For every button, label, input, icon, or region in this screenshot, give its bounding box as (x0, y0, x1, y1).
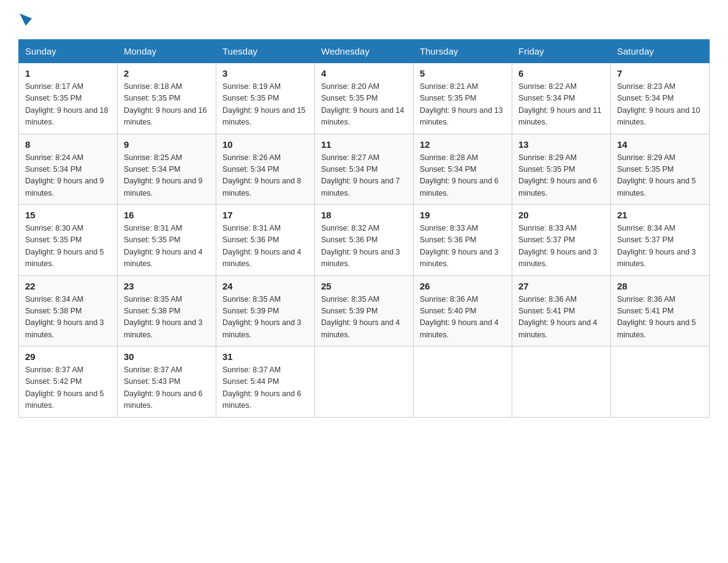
day-cell: 29Sunrise: 8:37 AMSunset: 5:42 PMDayligh… (19, 347, 118, 418)
day-info: Sunrise: 8:21 AMSunset: 5:35 PMDaylight:… (420, 81, 506, 129)
day-number: 20 (518, 210, 604, 220)
day-number: 8 (25, 139, 111, 150)
week-row-4: 22Sunrise: 8:34 AMSunset: 5:38 PMDayligh… (19, 275, 710, 347)
day-number: 19 (420, 210, 506, 220)
day-info: Sunrise: 8:22 AMSunset: 5:34 PMDaylight:… (518, 81, 604, 129)
day-number: 3 (222, 68, 308, 79)
day-info: Sunrise: 8:37 AMSunset: 5:43 PMDaylight:… (124, 364, 210, 412)
calendar-table: SundayMondayTuesdayWednesdayThursdayFrid… (18, 39, 710, 418)
day-info: Sunrise: 8:17 AMSunset: 5:35 PMDaylight:… (25, 81, 111, 129)
day-cell: 2Sunrise: 8:18 AMSunset: 5:35 PMDaylight… (118, 63, 216, 134)
day-cell: 14Sunrise: 8:29 AMSunset: 5:35 PMDayligh… (611, 134, 710, 205)
calendar-header-row: SundayMondayTuesdayWednesdayThursdayFrid… (19, 40, 710, 63)
day-info: Sunrise: 8:36 AMSunset: 5:40 PMDaylight:… (420, 294, 506, 342)
day-info: Sunrise: 8:29 AMSunset: 5:35 PMDaylight:… (518, 152, 604, 200)
day-cell: 21Sunrise: 8:34 AMSunset: 5:37 PMDayligh… (611, 205, 710, 276)
day-cell: 27Sunrise: 8:36 AMSunset: 5:41 PMDayligh… (512, 275, 611, 347)
day-info: Sunrise: 8:35 AMSunset: 5:38 PMDaylight:… (124, 294, 210, 342)
day-number: 7 (617, 68, 703, 79)
day-cell: 5Sunrise: 8:21 AMSunset: 5:35 PMDaylight… (414, 63, 512, 134)
day-cell: 10Sunrise: 8:26 AMSunset: 5:34 PMDayligh… (216, 134, 315, 205)
day-info: Sunrise: 8:24 AMSunset: 5:34 PMDaylight:… (25, 152, 111, 200)
day-cell: 26Sunrise: 8:36 AMSunset: 5:40 PMDayligh… (414, 275, 512, 347)
day-number: 30 (124, 351, 210, 362)
day-cell: 30Sunrise: 8:37 AMSunset: 5:43 PMDayligh… (118, 347, 216, 418)
day-cell (611, 347, 710, 418)
day-info: Sunrise: 8:18 AMSunset: 5:35 PMDaylight:… (124, 81, 210, 129)
day-number: 23 (124, 281, 210, 291)
day-cell: 31Sunrise: 8:37 AMSunset: 5:44 PMDayligh… (216, 347, 315, 418)
day-cell: 19Sunrise: 8:33 AMSunset: 5:36 PMDayligh… (414, 205, 512, 276)
day-info: Sunrise: 8:31 AMSunset: 5:35 PMDaylight:… (124, 223, 210, 270)
day-number: 6 (518, 68, 604, 79)
day-info: Sunrise: 8:36 AMSunset: 5:41 PMDaylight:… (617, 294, 703, 342)
day-info: Sunrise: 8:37 AMSunset: 5:44 PMDaylight:… (222, 364, 308, 412)
day-number: 25 (321, 281, 407, 291)
day-cell: 3Sunrise: 8:19 AMSunset: 5:35 PMDaylight… (216, 63, 315, 134)
day-cell: 7Sunrise: 8:23 AMSunset: 5:34 PMDaylight… (611, 63, 710, 134)
day-number: 24 (222, 281, 308, 291)
day-cell: 15Sunrise: 8:30 AMSunset: 5:35 PMDayligh… (19, 205, 118, 276)
day-cell: 25Sunrise: 8:35 AMSunset: 5:39 PMDayligh… (315, 275, 414, 347)
day-info: Sunrise: 8:25 AMSunset: 5:34 PMDaylight:… (124, 152, 210, 200)
day-cell: 17Sunrise: 8:31 AMSunset: 5:36 PMDayligh… (216, 205, 315, 276)
day-number: 5 (420, 68, 506, 79)
day-info: Sunrise: 8:27 AMSunset: 5:34 PMDaylight:… (321, 152, 407, 200)
week-row-5: 29Sunrise: 8:37 AMSunset: 5:42 PMDayligh… (19, 347, 710, 418)
day-cell: 23Sunrise: 8:35 AMSunset: 5:38 PMDayligh… (118, 275, 216, 347)
header-saturday: Saturday (611, 40, 710, 63)
day-number: 2 (124, 68, 210, 79)
header-monday: Monday (118, 40, 216, 63)
day-number: 26 (420, 281, 506, 291)
day-number: 27 (518, 281, 604, 291)
logo (18, 12, 33, 27)
day-info: Sunrise: 8:37 AMSunset: 5:42 PMDaylight:… (25, 364, 111, 412)
day-info: Sunrise: 8:29 AMSunset: 5:35 PMDaylight:… (617, 152, 703, 200)
logo-arrow-icon (20, 13, 33, 27)
day-cell (414, 347, 512, 418)
week-row-2: 8Sunrise: 8:24 AMSunset: 5:34 PMDaylight… (19, 134, 710, 205)
day-cell: 1Sunrise: 8:17 AMSunset: 5:35 PMDaylight… (19, 63, 118, 134)
day-number: 12 (420, 139, 506, 150)
day-cell: 16Sunrise: 8:31 AMSunset: 5:35 PMDayligh… (118, 205, 216, 276)
day-cell: 24Sunrise: 8:35 AMSunset: 5:39 PMDayligh… (216, 275, 315, 347)
day-info: Sunrise: 8:34 AMSunset: 5:38 PMDaylight:… (25, 294, 111, 342)
day-info: Sunrise: 8:33 AMSunset: 5:37 PMDaylight:… (518, 223, 604, 270)
day-info: Sunrise: 8:33 AMSunset: 5:36 PMDaylight:… (420, 223, 506, 270)
header-wednesday: Wednesday (315, 40, 414, 63)
day-number: 31 (222, 351, 308, 362)
day-cell (512, 347, 611, 418)
day-cell: 13Sunrise: 8:29 AMSunset: 5:35 PMDayligh… (512, 134, 611, 205)
day-cell: 12Sunrise: 8:28 AMSunset: 5:34 PMDayligh… (414, 134, 512, 205)
day-number: 15 (25, 210, 111, 220)
day-cell: 8Sunrise: 8:24 AMSunset: 5:34 PMDaylight… (19, 134, 118, 205)
day-number: 16 (124, 210, 210, 220)
day-cell: 28Sunrise: 8:36 AMSunset: 5:41 PMDayligh… (611, 275, 710, 347)
day-cell: 11Sunrise: 8:27 AMSunset: 5:34 PMDayligh… (315, 134, 414, 205)
day-number: 9 (124, 139, 210, 150)
day-cell: 18Sunrise: 8:32 AMSunset: 5:36 PMDayligh… (315, 205, 414, 276)
day-number: 28 (617, 281, 703, 291)
day-info: Sunrise: 8:28 AMSunset: 5:34 PMDaylight:… (420, 152, 506, 200)
day-info: Sunrise: 8:20 AMSunset: 5:35 PMDaylight:… (321, 81, 407, 129)
day-info: Sunrise: 8:19 AMSunset: 5:35 PMDaylight:… (222, 81, 308, 129)
day-cell: 6Sunrise: 8:22 AMSunset: 5:34 PMDaylight… (512, 63, 611, 134)
day-info: Sunrise: 8:23 AMSunset: 5:34 PMDaylight:… (617, 81, 703, 129)
header-sunday: Sunday (19, 40, 118, 63)
day-cell (315, 347, 414, 418)
svg-marker-0 (20, 13, 32, 26)
day-cell: 4Sunrise: 8:20 AMSunset: 5:35 PMDaylight… (315, 63, 414, 134)
week-row-3: 15Sunrise: 8:30 AMSunset: 5:35 PMDayligh… (19, 205, 710, 276)
page-header (18, 12, 710, 27)
day-number: 4 (321, 68, 407, 79)
header-thursday: Thursday (414, 40, 512, 63)
day-number: 1 (25, 68, 111, 79)
day-number: 14 (617, 139, 703, 150)
day-number: 18 (321, 210, 407, 220)
day-number: 11 (321, 139, 407, 150)
week-row-1: 1Sunrise: 8:17 AMSunset: 5:35 PMDaylight… (19, 63, 710, 134)
day-number: 29 (25, 351, 111, 362)
day-cell: 22Sunrise: 8:34 AMSunset: 5:38 PMDayligh… (19, 275, 118, 347)
header-tuesday: Tuesday (216, 40, 315, 63)
header-friday: Friday (512, 40, 611, 63)
